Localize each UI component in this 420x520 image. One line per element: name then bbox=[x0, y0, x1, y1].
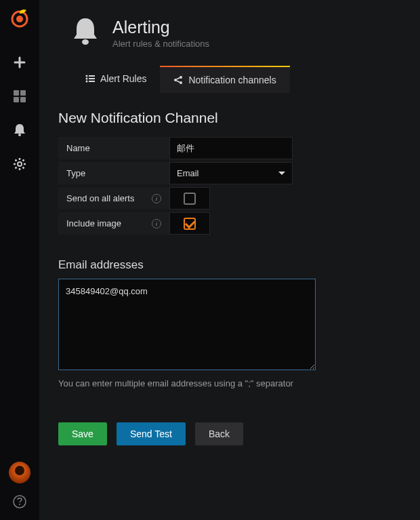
bell-header-icon bbox=[72, 17, 99, 49]
bell-icon[interactable] bbox=[6, 117, 33, 144]
button-row: Save Send Test Back bbox=[58, 422, 401, 445]
dashboards-icon[interactable] bbox=[6, 83, 33, 110]
include-image-row: Include image i bbox=[58, 212, 401, 235]
name-row: Name bbox=[58, 137, 401, 159]
tabs: Alert Rules Notification channels bbox=[58, 66, 401, 93]
include-image-label-text: Include image bbox=[66, 218, 121, 228]
include-image-checkbox[interactable] bbox=[184, 218, 196, 230]
name-label: Name bbox=[58, 137, 169, 159]
send-all-row: Send on all alerts i bbox=[58, 187, 401, 209]
svg-point-6 bbox=[18, 134, 21, 136]
share-icon bbox=[173, 75, 183, 85]
gear-icon[interactable] bbox=[6, 151, 33, 178]
info-icon[interactable]: i bbox=[152, 194, 161, 203]
send-all-label: Send on all alerts i bbox=[58, 187, 169, 209]
tab-label: Notification channels bbox=[188, 75, 276, 85]
svg-point-18 bbox=[180, 76, 182, 79]
caret-down-icon bbox=[278, 172, 285, 175]
svg-rect-14 bbox=[89, 75, 95, 77]
section-title: New Notification Channel bbox=[58, 110, 401, 126]
svg-point-9 bbox=[19, 504, 20, 505]
help-icon[interactable] bbox=[12, 494, 27, 512]
page-subtitle: Alert rules & notifications bbox=[112, 39, 209, 49]
tab-alert-rules[interactable]: Alert Rules bbox=[72, 66, 160, 93]
svg-rect-15 bbox=[89, 78, 95, 79]
svg-rect-3 bbox=[20, 90, 26, 96]
email-addresses-label: Email addresses bbox=[58, 258, 401, 272]
type-row: Type Email bbox=[58, 162, 401, 184]
send-test-button[interactable]: Send Test bbox=[117, 422, 186, 445]
list-icon bbox=[85, 74, 95, 83]
svg-point-11 bbox=[86, 75, 88, 77]
email-help: You can enter multiple email addresses u… bbox=[58, 378, 316, 388]
tab-notification-channels[interactable]: Notification channels bbox=[160, 66, 289, 93]
svg-rect-2 bbox=[14, 90, 19, 96]
svg-point-7 bbox=[18, 162, 22, 166]
include-image-label: Include image i bbox=[58, 212, 169, 235]
name-input[interactable] bbox=[169, 137, 293, 159]
send-all-checkbox-cell[interactable] bbox=[169, 187, 210, 209]
type-label: Type bbox=[58, 162, 169, 184]
include-image-checkbox-cell[interactable] bbox=[169, 212, 210, 235]
page-header: Alerting Alert rules & notifications bbox=[58, 17, 401, 49]
svg-rect-4 bbox=[14, 97, 19, 102]
send-all-label-text: Send on all alerts bbox=[66, 193, 134, 203]
svg-point-1 bbox=[16, 16, 23, 22]
plus-icon[interactable] bbox=[6, 49, 33, 76]
info-icon[interactable]: i bbox=[152, 219, 161, 228]
save-button[interactable]: Save bbox=[58, 422, 107, 445]
svg-point-12 bbox=[86, 78, 88, 80]
svg-rect-16 bbox=[89, 81, 95, 82]
svg-rect-5 bbox=[20, 97, 26, 102]
type-value: Email bbox=[177, 168, 199, 178]
send-all-checkbox[interactable] bbox=[184, 193, 196, 205]
grafana-logo[interactable] bbox=[9, 7, 30, 28]
avatar[interactable] bbox=[9, 462, 30, 483]
sidebar bbox=[0, 0, 39, 520]
type-select[interactable]: Email bbox=[169, 162, 293, 184]
back-button[interactable]: Back bbox=[195, 422, 243, 445]
email-textarea[interactable] bbox=[58, 279, 316, 370]
svg-point-13 bbox=[86, 81, 88, 83]
tab-label: Alert Rules bbox=[100, 73, 146, 84]
svg-point-19 bbox=[180, 81, 182, 84]
page-title: Alerting bbox=[112, 18, 209, 37]
main-content: Alerting Alert rules & notifications Ale… bbox=[39, 0, 420, 520]
svg-point-10 bbox=[82, 39, 89, 45]
